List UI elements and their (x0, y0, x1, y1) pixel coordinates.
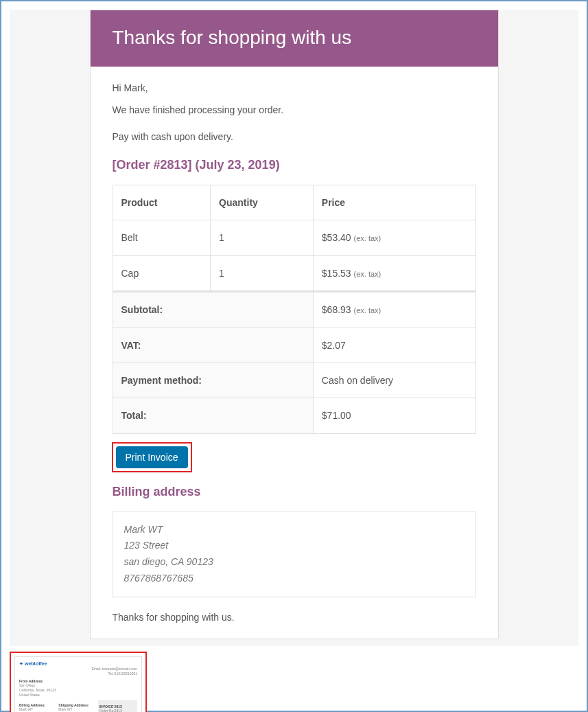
total-label: Total: (113, 398, 313, 433)
billing-phone: 8767868767685 (124, 571, 464, 587)
email-header: Thanks for shopping with us (91, 10, 498, 67)
billing-city: san diego, CA 90123 (124, 554, 464, 571)
col-product: Product (113, 185, 211, 220)
attachment-preview: ✦ webtoffee Email: example@domain.comTel… (15, 657, 141, 712)
total-value-text: $68.93 (322, 304, 351, 315)
total-value: $71.00 (313, 398, 475, 433)
billing-heading: Billing address (113, 482, 476, 502)
item-qty: 1 (211, 255, 314, 291)
payment-instruction: Pay with cash upon delivery. (113, 129, 476, 144)
print-invoice-button[interactable]: Print Invoice (116, 446, 188, 468)
email-viewer: Thanks for shopping with us Hi Mark, We … (0, 0, 588, 712)
col-price: Price (313, 185, 475, 220)
total-value: $2.07 (313, 328, 475, 363)
total-suffix: (ex. tax) (354, 306, 381, 314)
total-row: Payment method: Cash on delivery (113, 363, 475, 398)
email-content: Hi Mark, We have finished processing you… (91, 67, 498, 639)
greeting-line: Hi Mark, (113, 80, 476, 95)
email-title: Thanks for shopping with us (113, 27, 352, 48)
order-email-card: Thanks for shopping with us Hi Mark, We … (90, 10, 499, 639)
item-price: $53.40 (ex. tax) (313, 220, 475, 255)
total-row: VAT: $2.07 (113, 328, 475, 363)
price-suffix: (ex. tax) (354, 234, 381, 242)
billing-name: Mark WT (124, 522, 464, 538)
total-label: Subtotal: (113, 292, 313, 328)
processed-line: We have finished processing your order. (113, 102, 476, 117)
email-footer-line: Thanks for shopping with us. (113, 610, 476, 625)
total-value: $68.93 (ex. tax) (313, 292, 475, 328)
total-row: Subtotal: $68.93 (ex. tax) (113, 292, 475, 328)
attachments-area: ✦ webtoffee Email: example@domain.comTel… (1, 646, 587, 712)
table-row: Cap 1 $15.53 (ex. tax) (113, 255, 475, 291)
order-heading: [Order #2813] (July 23, 2019) (113, 155, 476, 175)
col-quantity: Quantity (211, 185, 314, 220)
print-invoice-highlight: Print Invoice (112, 442, 192, 472)
attachment-invoice-pdf[interactable]: ✦ webtoffee Email: example@domain.comTel… (10, 652, 147, 712)
total-label: VAT: (113, 328, 313, 363)
table-row: Belt 1 $53.40 (ex. tax) (113, 220, 475, 255)
price-value: $15.53 (322, 268, 351, 279)
total-label: Payment method: (113, 363, 313, 398)
email-body-container: Thanks for shopping with us Hi Mark, We … (10, 10, 578, 646)
item-qty: 1 (211, 220, 314, 255)
item-product: Cap (113, 255, 211, 291)
item-price: $15.53 (ex. tax) (313, 255, 475, 291)
order-table: Product Quantity Price Belt 1 $53.40 (ex… (113, 185, 476, 434)
price-suffix: (ex. tax) (354, 270, 381, 278)
total-value: Cash on delivery (313, 363, 475, 398)
item-product: Belt (113, 220, 211, 255)
billing-address-box: Mark WT 123 Street san diego, CA 90123 8… (113, 512, 476, 597)
billing-street: 123 Street (124, 538, 464, 554)
price-value: $53.40 (322, 232, 351, 243)
total-row: Total: $71.00 (113, 398, 475, 433)
